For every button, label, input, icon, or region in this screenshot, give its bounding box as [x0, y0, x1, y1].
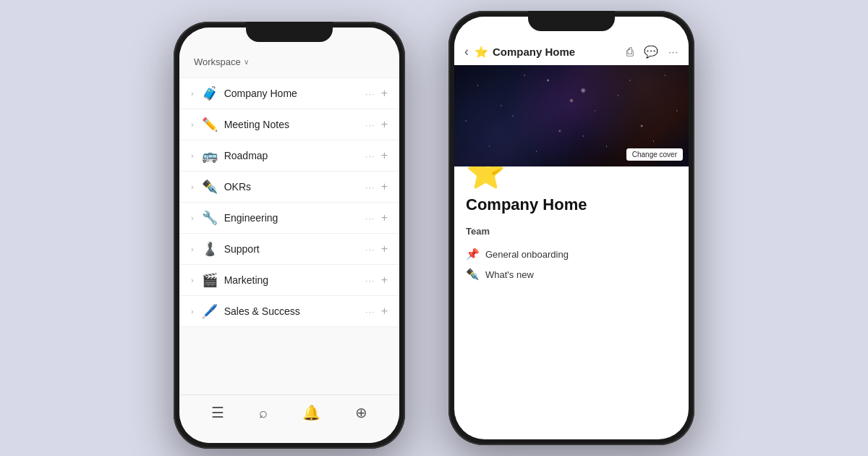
add-icon[interactable]: + [381, 242, 388, 256]
sub-item-onboarding[interactable]: 📌 General onboarding [466, 244, 677, 264]
item-emoji: 🎬 [201, 272, 218, 288]
more-icon[interactable]: ··· [365, 151, 375, 161]
add-icon[interactable]: + [381, 87, 388, 100]
expand-icon: › [191, 182, 194, 191]
item-actions: ··· + [365, 242, 388, 256]
section-label: Team [466, 226, 677, 237]
sub-item-emoji: ✒️ [466, 268, 480, 281]
item-label: Support [224, 243, 359, 255]
page-title: Company Home [466, 195, 677, 214]
more-icon[interactable]: ··· [365, 213, 375, 224]
share-icon[interactable]: ⎙ [626, 46, 634, 59]
nav-item-roadmap[interactable]: › 🚌 Roadmap ··· + [179, 140, 399, 172]
item-actions: ··· + [365, 87, 388, 100]
compose-icon[interactable]: ⊕ [355, 404, 367, 421]
header-title-text: Company Home [493, 46, 575, 58]
item-emoji: 🧳 [201, 85, 218, 101]
nav-item-marketing[interactable]: › 🎬 Marketing ··· + [179, 265, 399, 296]
add-icon[interactable]: + [381, 274, 388, 287]
right-screen: ‹ ⭐ Company Home ⎙ 💬 ··· Change cover ⭐ … [454, 17, 689, 439]
expand-icon: › [191, 151, 194, 160]
item-label: Company Home [224, 88, 359, 99]
item-emoji: ✏️ [201, 117, 218, 132]
nav-item-company-home[interactable]: › 🧳 Company Home ··· + [179, 77, 399, 109]
more-icon[interactable]: ··· [365, 119, 375, 130]
item-label: OKRs [224, 181, 359, 193]
item-actions: ··· + [365, 211, 388, 224]
bottom-toolbar: ☰ ⌕ 🔔 ⊕ [179, 394, 399, 443]
search-icon[interactable]: ⌕ [259, 405, 268, 421]
more-icon[interactable]: ··· [365, 182, 375, 193]
back-button[interactable]: ‹ [464, 44, 469, 59]
item-label: Roadmap [224, 150, 359, 161]
workspace-chevron-icon: ∨ [244, 58, 249, 66]
item-actions: ··· + [365, 118, 388, 131]
left-screen: Workspace ∨ › 🧳 Company Home ··· + › ✏️ [179, 28, 399, 443]
item-actions: ··· + [365, 149, 388, 162]
page-content: ⭐ Company Home Team 📌 General onboarding… [454, 166, 689, 439]
expand-icon: › [191, 89, 194, 98]
cover-image: Change cover [454, 65, 689, 166]
item-label: Meeting Notes [224, 119, 359, 130]
item-emoji: 🚌 [201, 148, 218, 164]
left-notch [246, 22, 333, 42]
expand-icon: › [191, 276, 194, 284]
sub-item-emoji: 📌 [466, 248, 480, 261]
list-icon[interactable]: ☰ [211, 404, 224, 421]
add-icon[interactable]: + [381, 180, 388, 193]
nav-item-engineering[interactable]: › 🔧 Engineering ··· + [179, 203, 399, 234]
more-icon[interactable]: ··· [365, 275, 375, 286]
right-notch [528, 11, 615, 31]
page-header-title: ⭐ Company Home [475, 46, 621, 59]
bell-icon[interactable]: 🔔 [302, 404, 320, 421]
item-label: Engineering [224, 212, 359, 224]
sub-item-label: What's new [485, 269, 534, 280]
workspace-label-text: Workspace [194, 56, 241, 67]
header-star-emoji: ⭐ [475, 46, 488, 59]
sub-item-whats-new[interactable]: ✒️ What's new [466, 264, 677, 284]
item-label: Marketing [224, 274, 359, 286]
item-actions: ··· + [365, 274, 388, 287]
more-options-icon[interactable]: ··· [668, 46, 678, 57]
expand-icon: › [191, 120, 194, 129]
item-label: Sales & Success [224, 305, 359, 317]
workspace-selector[interactable]: Workspace ∨ [194, 56, 385, 72]
item-actions: ··· + [365, 305, 388, 318]
nav-item-meeting-notes[interactable]: › ✏️ Meeting Notes ··· + [179, 109, 399, 140]
nav-item-support[interactable]: › ♟️ Support ··· + [179, 234, 399, 265]
more-icon[interactable]: ··· [365, 306, 375, 317]
item-emoji: 🖊️ [201, 303, 218, 319]
add-icon[interactable]: + [381, 211, 388, 224]
sub-item-label: General onboarding [485, 249, 569, 260]
left-phone: Workspace ∨ › 🧳 Company Home ··· + › ✏️ [174, 22, 405, 449]
more-icon[interactable]: ··· [365, 88, 375, 99]
more-icon[interactable]: ··· [365, 244, 375, 255]
right-phone: ‹ ⭐ Company Home ⎙ 💬 ··· Change cover ⭐ … [448, 11, 694, 445]
item-emoji: 🔧 [201, 210, 218, 226]
phones-container: Workspace ∨ › 🧳 Company Home ··· + › ✏️ [0, 0, 868, 456]
comment-icon[interactable]: 💬 [644, 45, 658, 59]
expand-icon: › [191, 307, 194, 316]
add-icon[interactable]: + [381, 305, 388, 318]
expand-icon: › [191, 245, 194, 253]
add-icon[interactable]: + [381, 118, 388, 131]
add-icon[interactable]: + [381, 149, 388, 162]
header-actions: ⎙ 💬 ··· [626, 45, 678, 59]
change-cover-button[interactable]: Change cover [626, 148, 683, 161]
item-actions: ··· + [365, 180, 388, 193]
nav-list: › 🧳 Company Home ··· + › ✏️ Meeting Note… [179, 77, 399, 394]
nav-item-sales[interactable]: › 🖊️ Sales & Success ··· + [179, 296, 399, 327]
nav-item-okrs[interactable]: › ✒️ OKRs ··· + [179, 172, 399, 203]
expand-icon: › [191, 214, 194, 222]
item-emoji: ♟️ [201, 241, 218, 257]
item-emoji: ✒️ [201, 179, 218, 195]
